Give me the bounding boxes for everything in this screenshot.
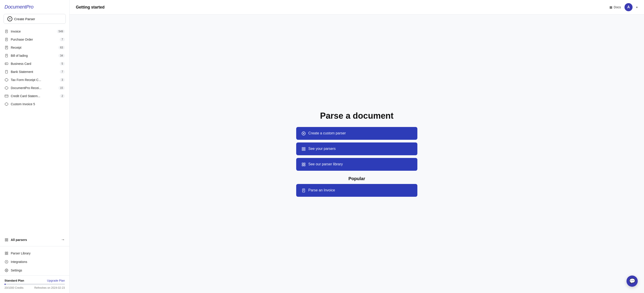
sidebar-item-label: Business Card	[11, 62, 58, 66]
nav-badge: 7	[60, 38, 65, 41]
sidebar-item-label: Bill of lading	[11, 54, 56, 58]
nav-badge: 34	[58, 54, 65, 58]
tax-icon	[4, 78, 8, 82]
svg-rect-41	[304, 149, 305, 150]
sidebar-item-integrations[interactable]: Integrations	[0, 258, 69, 266]
all-parsers-label: All parsers	[11, 238, 27, 242]
svg-rect-8	[6, 46, 8, 49]
bottom-nav: Parser Library Integrations Settings	[0, 248, 69, 276]
purchase-order-icon	[4, 38, 8, 42]
popular-buttons: Parse an Invoice	[296, 184, 417, 197]
create-parser-button[interactable]: + Create Parser	[4, 14, 66, 24]
sidebar-item-label: Invoice	[11, 30, 54, 33]
bill-icon	[4, 54, 8, 58]
create-custom-parser-button[interactable]: Create a custom parser	[296, 127, 417, 140]
credits-progress-bar	[4, 284, 65, 285]
sidebar-item-credit-card[interactable]: Credit Card Statem... 2	[0, 92, 69, 100]
sidebar-item-tax-form[interactable]: Tax Form Receipt C... 3	[0, 76, 69, 84]
svg-rect-42	[302, 163, 303, 164]
sidebar-item-receipt[interactable]: Receipt 63	[0, 44, 69, 52]
plus-circle-icon: +	[8, 16, 12, 21]
sidebar-item-label: Purchase Order	[11, 38, 58, 41]
library-icon	[302, 162, 306, 167]
avatar[interactable]: A	[624, 3, 632, 11]
topbar: Getting started ▦ Docs A ▾	[70, 0, 644, 14]
divider	[0, 246, 69, 246]
logo-bold: Document	[4, 4, 26, 10]
docs-label: Docs	[614, 6, 621, 9]
nav-badge: 3	[60, 78, 65, 82]
sidebar-item-parser-library[interactable]: Parser Library	[0, 249, 69, 258]
settings-icon	[4, 268, 8, 272]
popular-label: Popular	[296, 176, 417, 181]
custom-invoice-icon	[4, 102, 8, 106]
sidebar-item-label: Tax Form Receipt C...	[11, 78, 58, 82]
svg-rect-31	[5, 254, 6, 255]
svg-rect-43	[304, 163, 305, 164]
svg-rect-29	[5, 252, 6, 253]
chevron-down-icon[interactable]: ▾	[636, 6, 638, 9]
nav-list: Invoice 549 Purchase Order 7 Receipt 63 …	[0, 27, 69, 235]
sidebar-item-bill-of-lading[interactable]: Bill of lading 34	[0, 52, 69, 60]
hero-title: Parse a document	[320, 111, 393, 121]
progress-fill	[4, 284, 6, 285]
credits-used: 20/1000 Credits	[4, 286, 24, 290]
nav-badge: 5	[60, 62, 65, 66]
page-title: Getting started	[76, 5, 104, 10]
svg-marker-24	[5, 102, 8, 106]
svg-marker-21	[5, 86, 8, 89]
arrow-right-icon: →	[61, 237, 65, 242]
svg-rect-32	[7, 254, 8, 255]
svg-rect-15	[5, 63, 8, 64]
btn-label: See your parsers	[308, 147, 336, 151]
btn-label: Create a custom parser	[308, 131, 346, 135]
sidebar-item-settings[interactable]: Settings	[0, 266, 69, 274]
svg-rect-39	[304, 148, 305, 148]
integrations-icon	[4, 260, 8, 264]
svg-rect-45	[304, 165, 305, 166]
plan-name: Standard Plan	[4, 279, 24, 282]
chat-bubble[interactable]: 💬	[626, 276, 638, 287]
bottom-nav-label: Integrations	[11, 260, 27, 264]
all-parsers-row[interactable]: All parsers →	[0, 235, 69, 244]
documentpro-icon	[4, 86, 8, 90]
credit-card-icon	[4, 94, 8, 98]
sidebar-item-custom-invoice[interactable]: Custom Invoice 5	[0, 100, 69, 108]
btn-label: See our parser library	[308, 162, 343, 166]
document-icon	[302, 188, 306, 193]
svg-rect-25	[5, 238, 6, 240]
see-parser-library-button[interactable]: See our parser library	[296, 158, 417, 171]
nav-badge: 2	[60, 94, 65, 98]
sidebar: DocumentPro + Create Parser Invoice 549 …	[0, 0, 70, 293]
bottom-nav-label: Settings	[11, 268, 22, 272]
sidebar-item-business-card[interactable]: Business Card 5	[0, 60, 69, 68]
upgrade-link[interactable]: Upgrade Plan	[47, 279, 65, 282]
btn-label: Parse an Invoice	[308, 188, 335, 192]
docs-button[interactable]: ▦ Docs	[610, 6, 621, 9]
sidebar-item-invoice[interactable]: Invoice 549	[0, 27, 69, 36]
library-icon	[4, 251, 8, 255]
parse-invoice-button[interactable]: Parse an Invoice	[296, 184, 417, 197]
nav-badge: 15	[58, 86, 65, 90]
sidebar-item-label: Credit Card Statem...	[11, 94, 58, 98]
see-your-parsers-button[interactable]: See your parsers	[296, 142, 417, 155]
sidebar-item-documentpro[interactable]: DocumentPro Recei... 15	[0, 84, 69, 92]
svg-point-33	[6, 262, 7, 262]
logo: DocumentPro	[0, 4, 69, 14]
svg-rect-38	[302, 148, 303, 148]
parsers-icon	[302, 146, 306, 151]
logo-italic: Pro	[26, 4, 34, 10]
sidebar-item-purchase-order[interactable]: Purchase Order 7	[0, 36, 69, 44]
svg-rect-18	[6, 70, 8, 73]
svg-rect-27	[5, 240, 6, 241]
content-area: Parse a document Create a custom parser …	[70, 14, 644, 293]
svg-rect-30	[7, 252, 8, 253]
topbar-right: ▦ Docs A ▾	[610, 3, 638, 11]
svg-rect-26	[7, 238, 8, 240]
refresh-date: Refreshes on 2024-02-23	[34, 286, 65, 290]
svg-marker-20	[5, 78, 8, 81]
sidebar-item-bank-statement[interactable]: Bank Statement 7	[0, 68, 69, 76]
chat-icon: 💬	[629, 278, 635, 284]
svg-rect-22	[5, 95, 8, 97]
nav-badge: 549	[57, 30, 65, 33]
